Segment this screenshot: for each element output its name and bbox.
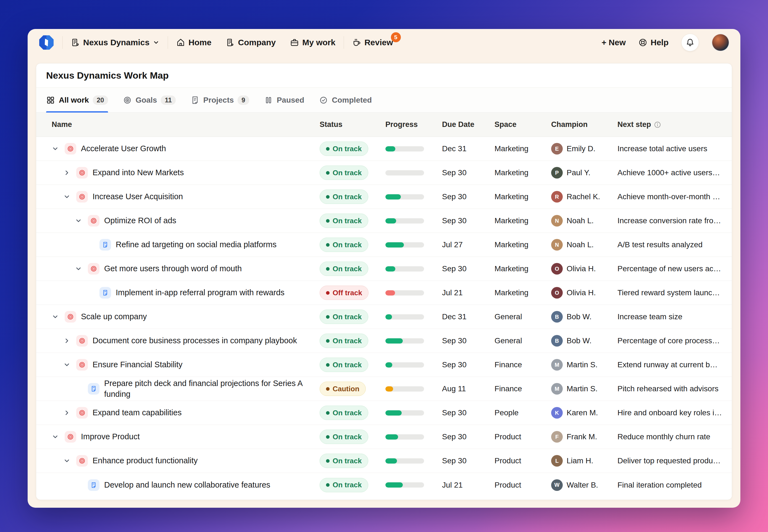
champion-avatar: E: [551, 143, 563, 155]
tab-projects[interactable]: Projects 9: [190, 88, 249, 112]
expand-toggle[interactable]: [63, 193, 76, 200]
tab-completed[interactable]: Completed: [319, 88, 372, 112]
status-badge[interactable]: On track: [320, 142, 368, 156]
status-badge[interactable]: On track: [320, 430, 368, 444]
expand-toggle[interactable]: [63, 409, 76, 416]
check-circle-icon: [319, 96, 328, 105]
table-row[interactable]: Enhance product functionality On track S…: [36, 449, 732, 473]
expand-toggle[interactable]: [63, 361, 76, 368]
due-date-cell: Sep 30: [442, 456, 494, 465]
help-button[interactable]: Help: [639, 38, 669, 47]
champion-name: Olivia H.: [566, 288, 596, 297]
row-name[interactable]: Scale up company: [81, 311, 147, 322]
progress-bar: [385, 386, 424, 392]
progress-cell: [385, 194, 442, 199]
header-champion[interactable]: Champion: [551, 120, 618, 129]
progress-cell: [385, 266, 442, 272]
table-row[interactable]: Improve Product On track Sep 30 Product …: [36, 425, 732, 449]
header-next-step[interactable]: Next step: [618, 120, 722, 129]
status-badge[interactable]: On track: [320, 262, 368, 276]
expand-toggle[interactable]: [63, 169, 76, 176]
header-status[interactable]: Status: [320, 120, 385, 129]
app-logo-icon[interactable]: [39, 35, 54, 50]
status-label: On track: [333, 169, 362, 177]
row-name[interactable]: Develop and launch new collaborative fea…: [104, 480, 270, 490]
expand-toggle[interactable]: [52, 145, 65, 152]
row-name[interactable]: Enhance product functionality: [92, 455, 198, 466]
row-name[interactable]: Accelerate User Growth: [81, 143, 166, 154]
next-step-cell: Increase conversion rate fro…: [618, 216, 722, 225]
champion-cell: B Bob W.: [551, 335, 618, 347]
header-due-date[interactable]: Due Date: [442, 120, 494, 129]
table-row[interactable]: Document core business processes in comp…: [36, 329, 732, 353]
expand-toggle[interactable]: [63, 457, 76, 464]
row-name[interactable]: Document core business processes in comp…: [92, 335, 297, 346]
header-space[interactable]: Space: [494, 120, 551, 129]
status-badge[interactable]: On track: [320, 478, 368, 492]
row-name[interactable]: Refine ad targeting on social media plat…: [116, 239, 277, 250]
table-row[interactable]: Develop and launch new collaborative fea…: [36, 473, 732, 497]
status-badge[interactable]: On track: [320, 166, 368, 180]
expand-toggle[interactable]: [63, 337, 76, 344]
row-name[interactable]: Get more users through word of mouth: [104, 263, 242, 274]
status-badge[interactable]: On track: [320, 358, 368, 372]
row-name[interactable]: Implement in-app referral program with r…: [116, 287, 285, 298]
nav-home-label: Home: [188, 38, 211, 47]
nav-home[interactable]: Home: [176, 38, 211, 47]
tab-paused[interactable]: Paused: [264, 88, 305, 112]
table-row[interactable]: Expand into New Markets On track Sep 30 …: [36, 161, 732, 185]
status-badge[interactable]: Off track: [320, 286, 369, 300]
status-dot-icon: [326, 171, 330, 175]
table-row[interactable]: Increase User Acquisition On track Sep 3…: [36, 185, 732, 209]
next-step-cell: Increase team size: [618, 312, 722, 321]
new-button[interactable]: + New: [602, 38, 626, 47]
table-row[interactable]: Get more users through word of mouth On …: [36, 257, 732, 281]
status-badge[interactable]: On track: [320, 190, 368, 204]
table-row[interactable]: Prepare pitch deck and financial project…: [36, 377, 732, 401]
status-badge[interactable]: On track: [320, 214, 368, 228]
table-row[interactable]: Expand team capabilities On track Sep 30…: [36, 401, 732, 425]
status-badge[interactable]: On track: [320, 454, 368, 468]
progress-cell: [385, 314, 442, 320]
row-name[interactable]: Expand into New Markets: [92, 167, 184, 178]
nav-company[interactable]: Company: [226, 38, 276, 47]
row-name[interactable]: Increase User Acquisition: [92, 191, 183, 202]
tab-count: 20: [93, 95, 108, 105]
table-row[interactable]: Implement in-app referral program with r…: [36, 281, 732, 305]
clipboard-check-icon: [190, 96, 200, 105]
expand-toggle[interactable]: [52, 313, 65, 320]
user-avatar[interactable]: [712, 34, 729, 51]
notifications-button[interactable]: [681, 34, 699, 51]
expand-toggle[interactable]: [52, 433, 65, 440]
project-clipboard-icon: [99, 287, 111, 299]
progress-cell: [385, 170, 442, 175]
tab-goals[interactable]: Goals 11: [123, 88, 176, 112]
coffee-icon: [352, 38, 361, 47]
champion-name: Bob W.: [566, 312, 592, 321]
space-cell: Product: [494, 456, 551, 465]
header-progress[interactable]: Progress: [385, 120, 442, 129]
status-badge[interactable]: On track: [320, 238, 368, 252]
row-name[interactable]: Prepare pitch deck and financial project…: [104, 378, 303, 400]
status-badge[interactable]: On track: [320, 406, 368, 420]
nav-review[interactable]: Review 5: [352, 38, 393, 47]
row-name[interactable]: Optimize ROI of ads: [104, 215, 176, 226]
status-badge[interactable]: On track: [320, 310, 368, 324]
table-row[interactable]: Optimize ROI of ads On track Sep 30 Mark…: [36, 209, 732, 233]
workspace-switcher[interactable]: Nexus Dynamics: [71, 38, 159, 47]
tab-all-work[interactable]: All work 20: [46, 88, 108, 112]
status-badge[interactable]: On track: [320, 334, 368, 348]
table-row[interactable]: Accelerate User Growth On track Dec 31 M…: [36, 137, 732, 161]
row-name[interactable]: Improve Product: [81, 431, 140, 442]
table-row[interactable]: Refine ad targeting on social media plat…: [36, 233, 732, 257]
header-name[interactable]: Name: [46, 120, 320, 129]
table-row[interactable]: Ensure Financial Stability On track Sep …: [36, 353, 732, 377]
row-name[interactable]: Ensure Financial Stability: [92, 359, 182, 370]
name-cell: Accelerate User Growth: [46, 143, 320, 155]
status-badge[interactable]: Caution: [320, 382, 366, 396]
nav-my-work[interactable]: My work: [290, 38, 335, 47]
row-name[interactable]: Expand team capabilities: [92, 407, 181, 418]
expand-toggle[interactable]: [75, 265, 88, 272]
expand-toggle[interactable]: [75, 217, 88, 224]
table-row[interactable]: Scale up company On track Dec 31 General…: [36, 305, 732, 329]
